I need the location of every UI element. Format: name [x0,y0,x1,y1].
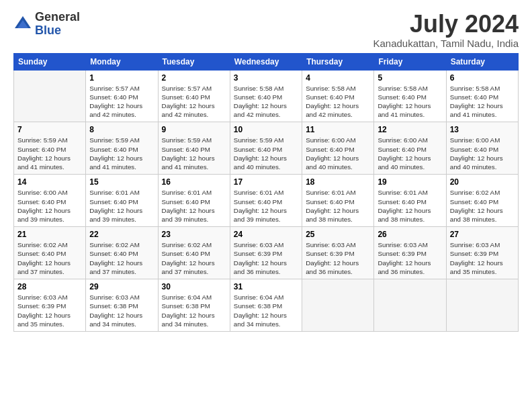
day-info: Sunrise: 6:00 AM Sunset: 6:40 PM Dayligh… [17,188,82,224]
day-number: 22 [89,230,154,239]
day-info: Sunrise: 6:03 AM Sunset: 6:39 PM Dayligh… [378,240,442,276]
calendar-cell [374,279,446,332]
calendar-cell: 26Sunrise: 6:03 AM Sunset: 6:39 PM Dayli… [374,227,446,279]
day-number: 26 [378,230,442,239]
logo-general: General [35,11,80,24]
day-info: Sunrise: 5:59 AM Sunset: 6:40 PM Dayligh… [17,136,82,171]
calendar-cell: 14Sunrise: 6:00 AM Sunset: 6:40 PM Dayli… [14,175,86,227]
week-row-2: 14Sunrise: 6:00 AM Sunset: 6:40 PM Dayli… [14,175,519,227]
calendar-cell: 28Sunrise: 6:03 AM Sunset: 6:39 PM Dayli… [14,279,86,332]
calendar-cell: 31Sunrise: 6:04 AM Sunset: 6:38 PM Dayli… [230,279,302,332]
day-number: 9 [162,125,226,134]
week-row-0: 1Sunrise: 5:57 AM Sunset: 6:40 PM Daylig… [14,70,519,122]
header: General Blue July 2024 Kanadukattan, Tam… [13,11,519,49]
day-info: Sunrise: 5:58 AM Sunset: 6:40 PM Dayligh… [234,84,298,120]
day-number: 25 [306,230,370,239]
day-info: Sunrise: 6:03 AM Sunset: 6:39 PM Dayligh… [234,240,298,276]
day-number: 12 [378,125,442,134]
day-number: 23 [162,230,226,239]
day-info: Sunrise: 6:03 AM Sunset: 6:39 PM Dayligh… [450,240,515,276]
calendar-cell: 24Sunrise: 6:03 AM Sunset: 6:39 PM Dayli… [230,227,302,279]
day-info: Sunrise: 5:59 AM Sunset: 6:40 PM Dayligh… [234,136,298,171]
day-info: Sunrise: 5:59 AM Sunset: 6:40 PM Dayligh… [89,136,154,171]
day-number: 10 [234,125,298,134]
day-number: 18 [306,177,370,187]
calendar-cell: 21Sunrise: 6:02 AM Sunset: 6:40 PM Dayli… [14,227,86,279]
day-number: 3 [234,73,298,83]
calendar-cell: 19Sunrise: 6:01 AM Sunset: 6:40 PM Dayli… [374,175,446,227]
day-info: Sunrise: 6:01 AM Sunset: 6:40 PM Dayligh… [306,188,370,224]
week-row-4: 28Sunrise: 6:03 AM Sunset: 6:39 PM Dayli… [14,279,519,332]
day-info: Sunrise: 6:00 AM Sunset: 6:40 PM Dayligh… [450,136,515,171]
day-info: Sunrise: 6:01 AM Sunset: 6:40 PM Dayligh… [162,188,226,224]
calendar-cell: 30Sunrise: 6:04 AM Sunset: 6:38 PM Dayli… [158,279,230,332]
day-number: 1 [89,73,154,83]
day-number: 30 [162,282,226,291]
subtitle: Kanadukattan, Tamil Nadu, India [373,38,519,49]
calendar-cell: 29Sunrise: 6:03 AM Sunset: 6:38 PM Dayli… [86,279,158,332]
calendar-cell: 23Sunrise: 6:02 AM Sunset: 6:40 PM Dayli… [158,227,230,279]
header-wednesday: Wednesday [230,53,302,70]
day-info: Sunrise: 6:04 AM Sunset: 6:38 PM Dayligh… [162,293,226,328]
calendar-cell: 16Sunrise: 6:01 AM Sunset: 6:40 PM Dayli… [158,175,230,227]
calendar-cell: 3Sunrise: 5:58 AM Sunset: 6:40 PM Daylig… [230,70,302,122]
day-number: 8 [89,125,154,134]
day-number: 4 [306,73,370,83]
day-number: 2 [162,73,226,83]
header-monday: Monday [86,53,158,70]
day-info: Sunrise: 5:58 AM Sunset: 6:40 PM Dayligh… [450,84,515,120]
calendar-header: SundayMondayTuesdayWednesdayThursdayFrid… [14,53,519,70]
calendar-cell: 20Sunrise: 6:02 AM Sunset: 6:40 PM Dayli… [446,175,518,227]
calendar-cell: 6Sunrise: 5:58 AM Sunset: 6:40 PM Daylig… [446,70,518,122]
day-info: Sunrise: 6:03 AM Sunset: 6:39 PM Dayligh… [17,293,82,328]
day-number: 17 [234,177,298,187]
day-number: 31 [234,282,298,291]
calendar-cell: 8Sunrise: 5:59 AM Sunset: 6:40 PM Daylig… [86,122,158,175]
day-number: 13 [450,125,515,134]
logo-text: General Blue [35,11,80,38]
day-number: 15 [89,177,154,187]
day-info: Sunrise: 5:58 AM Sunset: 6:40 PM Dayligh… [378,84,442,120]
header-friday: Friday [374,53,446,70]
day-info: Sunrise: 6:02 AM Sunset: 6:40 PM Dayligh… [89,240,154,276]
day-number: 27 [450,230,515,239]
header-row: SundayMondayTuesdayWednesdayThursdayFrid… [14,53,519,70]
main-title: July 2024 [373,11,519,38]
calendar-table: SundayMondayTuesdayWednesdayThursdayFrid… [13,53,519,332]
week-row-3: 21Sunrise: 6:02 AM Sunset: 6:40 PM Dayli… [14,227,519,279]
day-number: 16 [162,177,226,187]
calendar-body: 1Sunrise: 5:57 AM Sunset: 6:40 PM Daylig… [14,70,519,331]
logo: General Blue [13,11,80,38]
day-info: Sunrise: 6:02 AM Sunset: 6:40 PM Dayligh… [17,240,82,276]
week-row-1: 7Sunrise: 5:59 AM Sunset: 6:40 PM Daylig… [14,122,519,175]
calendar-cell: 18Sunrise: 6:01 AM Sunset: 6:40 PM Dayli… [302,175,374,227]
day-number: 7 [17,125,82,134]
day-info: Sunrise: 5:58 AM Sunset: 6:40 PM Dayligh… [306,84,370,120]
day-number: 6 [450,73,515,83]
calendar-cell: 25Sunrise: 6:03 AM Sunset: 6:39 PM Dayli… [302,227,374,279]
header-thursday: Thursday [302,53,374,70]
day-info: Sunrise: 5:59 AM Sunset: 6:40 PM Dayligh… [162,136,226,171]
header-saturday: Saturday [446,53,518,70]
day-number: 24 [234,230,298,239]
day-number: 29 [89,282,154,291]
header-tuesday: Tuesday [158,53,230,70]
day-info: Sunrise: 6:02 AM Sunset: 6:40 PM Dayligh… [162,240,226,276]
day-info: Sunrise: 6:03 AM Sunset: 6:39 PM Dayligh… [306,240,370,276]
day-number: 20 [450,177,515,187]
calendar-cell [302,279,374,332]
logo-blue: Blue [35,24,80,38]
day-number: 19 [378,177,442,187]
day-info: Sunrise: 5:57 AM Sunset: 6:40 PM Dayligh… [89,84,154,120]
calendar-cell: 9Sunrise: 5:59 AM Sunset: 6:40 PM Daylig… [158,122,230,175]
calendar-cell: 27Sunrise: 6:03 AM Sunset: 6:39 PM Dayli… [446,227,518,279]
calendar-cell: 22Sunrise: 6:02 AM Sunset: 6:40 PM Dayli… [86,227,158,279]
calendar-cell: 11Sunrise: 6:00 AM Sunset: 6:40 PM Dayli… [302,122,374,175]
calendar-cell [446,279,518,332]
page-container: General Blue July 2024 Kanadukattan, Tam… [0,0,532,338]
day-number: 5 [378,73,442,83]
calendar-cell: 10Sunrise: 5:59 AM Sunset: 6:40 PM Dayli… [230,122,302,175]
day-info: Sunrise: 6:02 AM Sunset: 6:40 PM Dayligh… [450,188,515,224]
day-info: Sunrise: 6:01 AM Sunset: 6:40 PM Dayligh… [89,188,154,224]
day-number: 21 [17,230,82,239]
